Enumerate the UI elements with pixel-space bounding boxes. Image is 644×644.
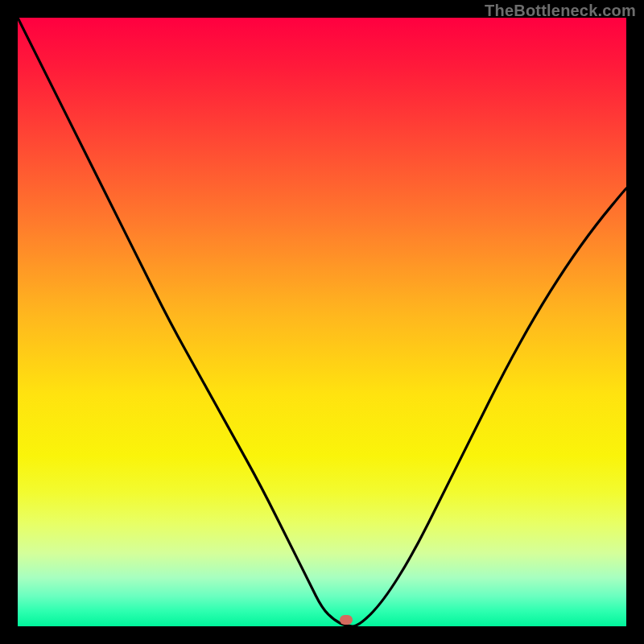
chart-frame: TheBottleneck.com: [0, 0, 644, 644]
watermark-text: TheBottleneck.com: [485, 2, 636, 20]
bottleneck-curve: [18, 18, 626, 626]
curve-layer: [18, 18, 626, 626]
optimal-point-marker: [340, 615, 353, 625]
plot-area: [18, 18, 626, 626]
